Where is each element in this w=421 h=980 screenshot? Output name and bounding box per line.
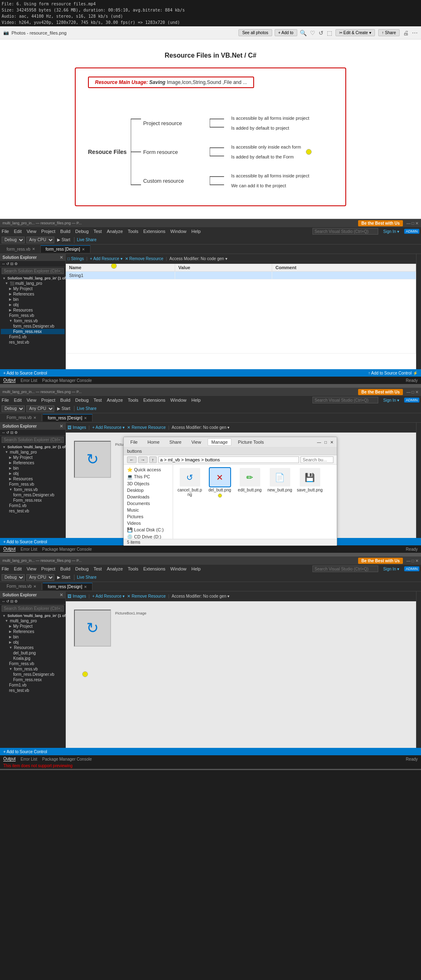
vs3-tree-solution[interactable]: ▼ Solution 'multi_lang_pro_in' (1 of 1 p… xyxy=(1,613,65,618)
vs2-fe-close[interactable]: ✕ xyxy=(330,440,333,445)
vs3-tree-form1[interactable]: Form1.vb xyxy=(1,682,65,688)
vs2-menu-debug[interactable]: Debug xyxy=(75,398,88,403)
vs2-tree-restest[interactable]: res_test.vb xyxy=(1,508,65,514)
vs3-menu-test[interactable]: Test xyxy=(94,566,102,571)
vs1-menu-file[interactable]: File xyxy=(2,229,9,234)
vs1-tree-restest[interactable]: res_test.vb xyxy=(1,340,65,345)
vs1-sidebar-close[interactable]: ✕ xyxy=(60,255,63,260)
vs2-fe-downloads[interactable]: Downloads xyxy=(125,493,171,500)
vs2-fe-file-new[interactable]: 📄 new_butt.png xyxy=(266,468,293,498)
vs2-live-share[interactable]: Live Share xyxy=(77,406,97,411)
vs2-sidebar-sync[interactable]: ↔ xyxy=(2,431,5,435)
vs2-tree-resources[interactable]: ▶ Resources xyxy=(1,476,65,482)
vs1-cell-value[interactable] xyxy=(175,272,272,279)
vs3-sidebar-settings[interactable]: ⚙ xyxy=(14,599,18,603)
vs2-fe-this-pc[interactable]: 💻 This PC xyxy=(125,473,171,480)
vs3-images-btn[interactable]: 🖼 Images xyxy=(67,594,86,598)
vs2-menu-test[interactable]: Test xyxy=(94,398,102,403)
vs1-sidebar-settings[interactable]: ⚙ xyxy=(14,262,18,266)
vs2-menu-window[interactable]: Window xyxy=(170,398,186,403)
vs2-menu-analyze[interactable]: Analyze xyxy=(107,398,123,403)
vs3-tree-resx[interactable]: Form_ress.resx xyxy=(1,677,65,682)
vs3-error-list-tab[interactable]: Error List xyxy=(21,757,37,761)
vs1-tree-solution[interactable]: ▼ Solution 'multi_lang_pro_in' (1 of 1 p… xyxy=(1,276,65,281)
print-icon[interactable]: 🖨 xyxy=(403,30,409,36)
vs1-tree-resx[interactable]: Form_ress.resx xyxy=(1,329,65,334)
vs2-menu-help[interactable]: Help xyxy=(191,398,201,403)
vs1-window-controls[interactable]: — □ ✕ xyxy=(406,221,419,226)
add-to-button[interactable]: + Add to xyxy=(275,29,297,36)
zoom-out-icon[interactable]: 🔍 xyxy=(300,30,307,36)
vs1-search-box[interactable] xyxy=(312,228,378,235)
vs3-tree-references[interactable]: ▶ References xyxy=(1,629,65,634)
vs2-start-button[interactable]: ▶ Start xyxy=(56,406,72,411)
vs1-menu-view[interactable]: View xyxy=(27,229,37,234)
vs2-tree-bin[interactable]: ▶ bin xyxy=(1,466,65,471)
vs3-search-box[interactable] xyxy=(312,566,378,572)
vs3-menu-analyze[interactable]: Analyze xyxy=(107,566,123,571)
vs1-tree-form-ress-vb[interactable]: ▼ form_ress.vb xyxy=(1,318,65,324)
vs3-menu-tools[interactable]: Tools xyxy=(128,566,139,571)
vs1-tree-myproject[interactable]: ▶ My Project xyxy=(1,286,65,291)
vs1-debug-dropdown[interactable]: Debug xyxy=(2,237,25,243)
vs2-tree-resx[interactable]: Form_ress.resx xyxy=(1,498,65,503)
vs2-fe-music[interactable]: Music xyxy=(125,507,171,513)
vs2-sign-in[interactable]: Sign In ▾ xyxy=(383,398,399,403)
vs1-tree-obj[interactable]: ▶ obj xyxy=(1,302,65,307)
vs3-menu-help[interactable]: Help xyxy=(191,566,201,571)
vs3-tree-bin[interactable]: ▶ bin xyxy=(1,634,65,640)
vs1-tab1-close[interactable]: ✕ xyxy=(32,247,35,251)
vs2-fe-ribbon-file[interactable]: File xyxy=(127,439,141,445)
vs3-tab-form-ress-vb[interactable]: Form_ress.vb ✕ xyxy=(2,583,42,590)
vs3-platform-dropdown[interactable]: Any CPU xyxy=(26,574,54,581)
vs3-tree-myproject[interactable]: ▶ My Project xyxy=(1,624,65,629)
vs1-tree-references[interactable]: ▶ References xyxy=(1,291,65,297)
vs1-live-share[interactable]: Live Share xyxy=(77,237,97,242)
vs2-fe-file-save[interactable]: 💾 save_butt.png xyxy=(296,468,323,498)
vs3-start-button[interactable]: ▶ Start xyxy=(56,575,72,580)
vs3-sidebar-refresh[interactable]: ↺ xyxy=(6,599,9,603)
vs3-menu-extensions[interactable]: Extensions xyxy=(143,566,166,571)
vs2-fe-quick-access[interactable]: ⭐ Quick access xyxy=(125,466,171,473)
vs2-menu-project[interactable]: Project xyxy=(41,398,55,403)
vs3-debug-dropdown[interactable]: Debug xyxy=(2,574,25,581)
vs2-fe-3d-objects[interactable]: 3D Objects xyxy=(125,480,171,487)
vs3-window-controls[interactable]: — □ ✕ xyxy=(406,559,419,563)
vs3-tab2-close[interactable]: ✕ xyxy=(84,585,87,589)
vs2-tree-references[interactable]: ▶ References xyxy=(1,460,65,466)
vs2-tab2-close[interactable]: ✕ xyxy=(84,416,87,420)
vs2-tab1-close[interactable]: ✕ xyxy=(33,416,37,420)
vs3-tree-form-ress[interactable]: ▼ form_ress.vb xyxy=(1,666,65,672)
vs1-menu-window[interactable]: Window xyxy=(170,229,186,234)
vs2-fe-minimize[interactable]: — xyxy=(317,440,321,445)
vs2-debug-dropdown[interactable]: Debug xyxy=(2,405,25,412)
vs1-tree-bin[interactable]: ▶ bin xyxy=(1,297,65,302)
vs2-fe-cd-drive-d[interactable]: 💿 CD Drive (D:) xyxy=(125,533,171,539)
vs1-start-button[interactable]: ▶ Start xyxy=(56,237,72,242)
vs1-strings-btn[interactable]: □ Strings xyxy=(67,256,84,261)
vs1-menu-edit[interactable]: Edit xyxy=(14,229,22,234)
vs2-fe-ribbon-manage[interactable]: Manage xyxy=(208,438,231,446)
vs2-menu-edit[interactable]: Edit xyxy=(14,398,22,403)
vs1-tree-formress-vb[interactable]: Form_ress.vb xyxy=(1,313,65,318)
vs1-remove-resource-btn[interactable]: ✕ Remove Resource xyxy=(125,256,164,261)
vs2-tree-form-ress[interactable]: ▼ form_ress.vb xyxy=(1,487,65,492)
vs2-fe-maximize[interactable]: □ xyxy=(324,440,327,445)
vs2-error-list-tab[interactable]: Error List xyxy=(21,547,37,552)
vs2-tree-project[interactable]: ▼ multi_lang_pro xyxy=(1,449,65,455)
vs3-tree-project[interactable]: ▼ multi_lang_pro xyxy=(1,618,65,624)
vs2-fe-search[interactable] xyxy=(301,456,333,463)
vs2-package-manager-tab[interactable]: Package Manager Console xyxy=(42,547,92,552)
vs2-fe-forward[interactable]: → xyxy=(138,456,148,463)
vs1-tree-project[interactable]: ▼ ⬛ multi_lang_pro xyxy=(1,281,65,286)
vs3-output-tab[interactable]: Output xyxy=(3,757,16,761)
vs1-sign-in[interactable]: Sign In ▾ xyxy=(383,229,399,234)
vs1-sidebar-sync[interactable]: ↔ xyxy=(2,262,5,266)
favorite-icon[interactable]: ♡ xyxy=(310,30,315,36)
vs1-tab2-close[interactable]: ✕ xyxy=(82,247,85,251)
vs3-menu-project[interactable]: Project xyxy=(41,566,55,571)
vs2-output-tab[interactable]: Output xyxy=(3,547,16,552)
vs2-sidebar-settings[interactable]: ⚙ xyxy=(14,431,18,435)
vs2-fe-pictures[interactable]: Pictures xyxy=(125,513,171,520)
see-all-photos-button[interactable]: See all photos xyxy=(238,29,272,36)
